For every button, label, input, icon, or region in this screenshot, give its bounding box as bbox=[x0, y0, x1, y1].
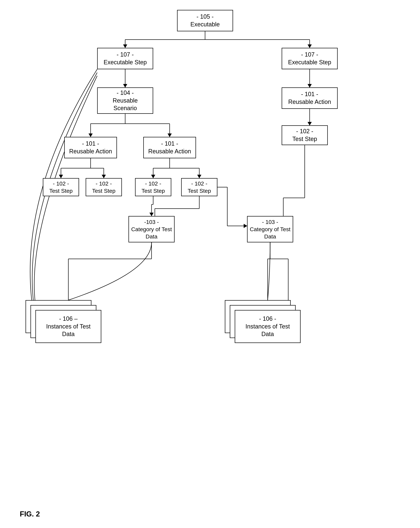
svg-marker-11 bbox=[308, 122, 312, 125]
node-exec-step-left: - 107 - Executable Step bbox=[97, 48, 153, 69]
svg-marker-23 bbox=[102, 175, 106, 178]
node-reusable-action-left: - 101 - Reusable Action bbox=[64, 137, 117, 158]
diagram: - 105 - Executable - 107 - Executable St… bbox=[0, 0, 420, 528]
node-instances-left: - 106 – Instances of Test Data bbox=[35, 310, 101, 343]
node-reusable-action-right-top: - 101 - Reusable Action bbox=[282, 87, 338, 109]
node-reusable-scenario: - 104 - Reusable Scenario bbox=[97, 87, 153, 114]
node-test-step-3: - 102 - Test Step bbox=[135, 178, 171, 196]
connection-lines bbox=[0, 0, 420, 528]
svg-marker-29 bbox=[197, 175, 201, 178]
svg-marker-5 bbox=[308, 45, 312, 48]
svg-marker-17 bbox=[168, 133, 172, 137]
node-reusable-action-center: - 101 - Reusable Action bbox=[143, 137, 196, 158]
svg-marker-3 bbox=[123, 45, 127, 48]
svg-marker-40 bbox=[244, 224, 247, 228]
node-category-right: - 103 - Category of Test Data bbox=[247, 216, 293, 242]
node-test-step-4: - 102 - Test Step bbox=[181, 178, 217, 196]
svg-marker-27 bbox=[151, 175, 155, 178]
node-instances-right: - 106 - Instances of Test Data bbox=[235, 310, 301, 343]
node-test-step-far-right: - 102 - Test Step bbox=[282, 125, 328, 145]
svg-marker-21 bbox=[59, 175, 63, 178]
node-test-step-1: - 102 - Test Step bbox=[43, 178, 79, 196]
svg-marker-15 bbox=[89, 133, 92, 137]
node-exec-step-right: - 107 - Executable Step bbox=[282, 48, 338, 69]
svg-marker-7 bbox=[123, 84, 127, 87]
node-test-step-2: - 102 - Test Step bbox=[86, 178, 122, 196]
fig-label: FIG. 2 bbox=[20, 510, 40, 518]
node-category-left: -103 - Category of Test Data bbox=[128, 216, 175, 242]
svg-marker-33 bbox=[149, 213, 154, 216]
node-executable: - 105 - Executable bbox=[177, 10, 233, 31]
svg-marker-9 bbox=[308, 84, 312, 87]
